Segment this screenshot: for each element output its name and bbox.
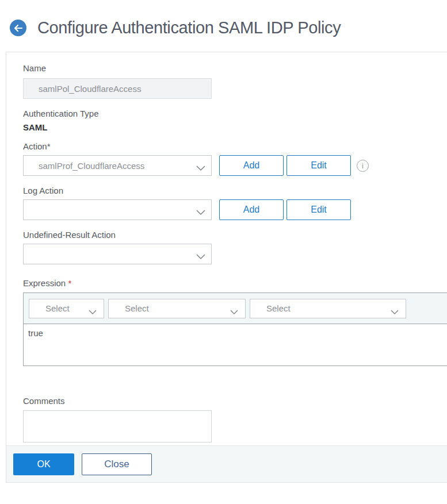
expression-toolbar: Select Select Sele xyxy=(24,293,447,324)
log-action-dropdown[interactable] xyxy=(23,199,212,220)
comments-label: Comments xyxy=(23,396,447,406)
page-header: Configure Authentication SAML IDP Policy xyxy=(10,18,341,37)
authentication-type-value: SAML xyxy=(23,122,447,132)
required-asterisk: * xyxy=(68,278,71,288)
page-title: Configure Authentication SAML IDP Policy xyxy=(37,18,341,37)
chevron-down-icon xyxy=(391,307,399,317)
chevron-down-icon xyxy=(196,163,205,174)
back-button[interactable] xyxy=(10,20,26,36)
expression-builder: Select Select Sele xyxy=(23,293,447,366)
info-icon[interactable]: i xyxy=(357,160,369,172)
expression-input[interactable]: true xyxy=(24,324,447,366)
expression-select-1[interactable]: Select xyxy=(29,299,104,318)
expression-select-2[interactable]: Select xyxy=(108,299,246,318)
action-edit-button[interactable]: Edit xyxy=(286,155,351,176)
chevron-down-icon xyxy=(89,307,97,317)
chevron-down-icon xyxy=(230,307,238,317)
name-label: Name xyxy=(23,63,447,73)
config-form-panel: Name Authentication Type SAML Action* sa… xyxy=(6,52,447,483)
expression-select-3[interactable]: Select xyxy=(250,299,406,318)
log-action-edit-button[interactable]: Edit xyxy=(286,199,351,220)
action-dropdown-value: samlProf_CloudflareAccess xyxy=(24,161,211,171)
action-add-button[interactable]: Add xyxy=(219,155,284,176)
name-input[interactable] xyxy=(23,78,212,99)
undefined-result-action-label: Undefined-Result Action xyxy=(23,230,447,240)
undefined-result-action-dropdown[interactable] xyxy=(23,244,212,264)
comments-input[interactable] xyxy=(23,410,212,443)
expression-label: Expression * xyxy=(23,278,447,288)
authentication-type-label: Authentication Type xyxy=(23,109,447,118)
log-action-label: Log Action xyxy=(23,186,447,195)
action-label: Action* xyxy=(23,141,447,151)
action-dropdown[interactable]: samlProf_CloudflareAccess xyxy=(23,155,212,176)
ok-button[interactable]: OK xyxy=(13,453,74,475)
chevron-down-icon xyxy=(196,207,205,218)
back-arrow-icon xyxy=(13,24,23,32)
close-button[interactable]: Close xyxy=(82,453,152,475)
log-action-add-button[interactable]: Add xyxy=(219,199,284,220)
dialog-footer: OK Close xyxy=(6,445,447,482)
chevron-down-icon xyxy=(196,252,205,262)
